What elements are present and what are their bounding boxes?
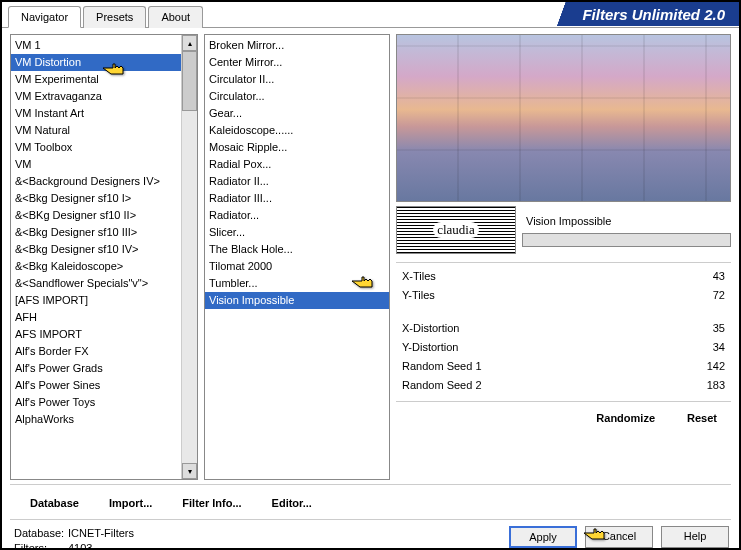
list-item[interactable]: VM 1 xyxy=(11,37,181,54)
progress-bar xyxy=(522,233,731,247)
list-item[interactable]: Alf's Power Grads xyxy=(11,360,181,377)
list-item[interactable]: [AFS IMPORT] xyxy=(11,292,181,309)
param-row[interactable]: Y-Distortion34 xyxy=(396,338,731,357)
param-value: 43 xyxy=(713,269,725,284)
list-item[interactable]: The Black Hole... xyxy=(205,241,389,258)
help-button[interactable]: Help xyxy=(661,526,729,548)
import-button[interactable]: Import... xyxy=(107,493,154,513)
list-item[interactable]: &<BKg Designer sf10 II> xyxy=(11,207,181,224)
param-value: 34 xyxy=(713,340,725,355)
filter-list[interactable]: Broken Mirror...Center Mirror...Circulat… xyxy=(204,34,390,480)
param-row[interactable]: Y-Tiles72 xyxy=(396,286,731,305)
list-item[interactable]: AlphaWorks xyxy=(11,411,181,428)
list-item[interactable]: Radiator II... xyxy=(205,173,389,190)
list-item[interactable]: VM Instant Art xyxy=(11,105,181,122)
list-item[interactable]: &<Bkg Designer sf10 III> xyxy=(11,224,181,241)
list-item[interactable]: Vision Impossible xyxy=(205,292,389,309)
param-value: 142 xyxy=(707,359,725,374)
apply-button[interactable]: Apply xyxy=(509,526,577,548)
title-bar: Filters Unlimited 2.0 xyxy=(548,2,739,26)
list-item[interactable]: Alf's Power Sines xyxy=(11,377,181,394)
list-item[interactable]: Radial Pox... xyxy=(205,156,389,173)
list-item[interactable]: &<Bkg Designer sf10 I> xyxy=(11,190,181,207)
app-title: Filters Unlimited 2.0 xyxy=(578,2,739,26)
param-row[interactable]: X-Tiles43 xyxy=(396,267,731,286)
param-label: Y-Distortion xyxy=(402,340,458,355)
parameters-panel: X-Tiles43Y-Tiles72 X-Distortion35Y-Disto… xyxy=(396,262,731,395)
tab-about[interactable]: About xyxy=(148,6,203,28)
filter-info-button[interactable]: Filter Info... xyxy=(180,493,243,513)
category-list[interactable]: VM 1VM DistortionVM ExperimentalVM Extra… xyxy=(10,34,198,480)
current-filter-label: Vision Impossible xyxy=(522,213,731,229)
list-item[interactable]: AFH xyxy=(11,309,181,326)
param-label: Random Seed 2 xyxy=(402,378,482,393)
param-label: X-Distortion xyxy=(402,321,459,336)
list-item[interactable]: VM xyxy=(11,156,181,173)
param-value: 72 xyxy=(713,288,725,303)
param-row[interactable]: Random Seed 2183 xyxy=(396,376,731,395)
tab-strip: NavigatorPresetsAbout xyxy=(8,6,205,28)
list-item[interactable]: Slicer... xyxy=(205,224,389,241)
editor-button[interactable]: Editor... xyxy=(270,493,314,513)
footer: Database:ICNET-Filters Filters:4103 Appl… xyxy=(2,520,739,550)
scroll-down-icon[interactable]: ▾ xyxy=(182,463,197,479)
scroll-thumb[interactable] xyxy=(182,51,197,111)
list-item[interactable]: Kaleidoscope...... xyxy=(205,122,389,139)
reset-button[interactable]: Reset xyxy=(685,408,719,428)
database-button[interactable]: Database xyxy=(28,493,81,513)
list-item[interactable]: &<Background Designers IV> xyxy=(11,173,181,190)
list-item[interactable]: Circulator II... xyxy=(205,71,389,88)
list-item[interactable]: &<Sandflower Specials"v"> xyxy=(11,275,181,292)
list-item[interactable]: Tilomat 2000 xyxy=(205,258,389,275)
list-item[interactable]: &<Bkg Designer sf10 IV> xyxy=(11,241,181,258)
list-item[interactable]: VM Natural xyxy=(11,122,181,139)
tab-presets[interactable]: Presets xyxy=(83,6,146,28)
list-item[interactable]: Alf's Border FX xyxy=(11,343,181,360)
main-area: VM 1VM DistortionVM ExperimentalVM Extra… xyxy=(2,28,739,480)
param-label: Random Seed 1 xyxy=(402,359,482,374)
list-item[interactable]: Radiator... xyxy=(205,207,389,224)
scrollbar[interactable]: ▴ ▾ xyxy=(181,35,197,479)
list-item[interactable]: VM Experimental xyxy=(11,71,181,88)
param-label: X-Tiles xyxy=(402,269,436,284)
list-item[interactable]: AFS IMPORT xyxy=(11,326,181,343)
tab-navigator[interactable]: Navigator xyxy=(8,6,81,28)
param-row[interactable]: X-Distortion35 xyxy=(396,319,731,338)
watermark-icon xyxy=(396,206,516,254)
database-info: Database:ICNET-Filters Filters:4103 xyxy=(14,526,134,550)
cancel-button[interactable]: Cancel xyxy=(585,526,653,548)
param-value: 35 xyxy=(713,321,725,336)
randomize-button[interactable]: Randomize xyxy=(594,408,657,428)
list-item[interactable]: Mosaic Ripple... xyxy=(205,139,389,156)
scroll-up-icon[interactable]: ▴ xyxy=(182,35,197,51)
header: NavigatorPresetsAbout Filters Unlimited … xyxy=(2,2,739,28)
preview-image xyxy=(396,34,731,202)
param-value: 183 xyxy=(707,378,725,393)
param-row[interactable]: Random Seed 1142 xyxy=(396,357,731,376)
toolbar: Database Import... Filter Info... Editor… xyxy=(10,484,731,520)
list-item[interactable]: Radiator III... xyxy=(205,190,389,207)
list-item[interactable]: VM Distortion xyxy=(11,54,181,71)
list-item[interactable]: Circulator... xyxy=(205,88,389,105)
param-label: Y-Tiles xyxy=(402,288,435,303)
list-item[interactable]: Tumbler... xyxy=(205,275,389,292)
list-item[interactable]: &<Bkg Kaleidoscope> xyxy=(11,258,181,275)
list-item[interactable]: Center Mirror... xyxy=(205,54,389,71)
list-item[interactable]: Alf's Power Toys xyxy=(11,394,181,411)
list-item[interactable]: Broken Mirror... xyxy=(205,37,389,54)
list-item[interactable]: VM Toolbox xyxy=(11,139,181,156)
list-item[interactable]: VM Extravaganza xyxy=(11,88,181,105)
list-item[interactable]: Gear... xyxy=(205,105,389,122)
